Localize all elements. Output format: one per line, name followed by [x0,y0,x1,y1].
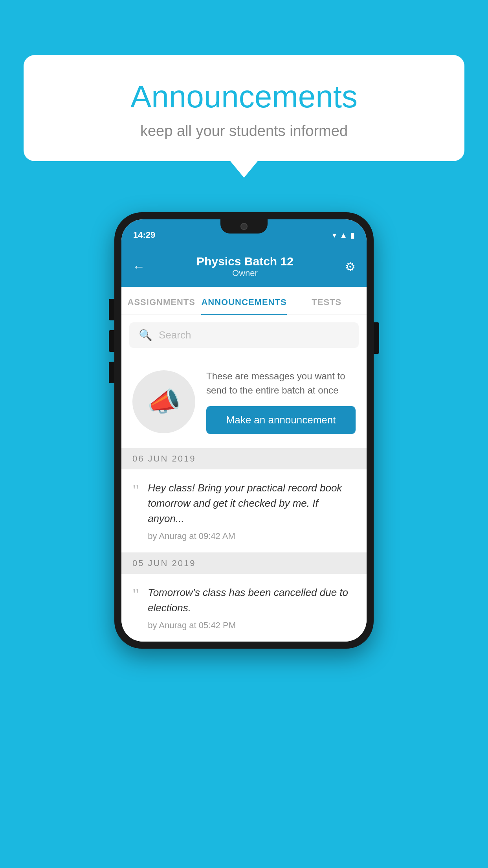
speech-bubble-area: Announcements keep all your students inf… [24,55,464,161]
date-separator-1: 06 JUN 2019 [121,448,367,469]
search-placeholder: Search [159,329,191,341]
status-icons: ▾ ▲ ▮ [332,230,355,240]
tab-assignments[interactable]: ASSIGNMENTS [121,287,201,314]
back-button[interactable]: ← [132,259,145,274]
search-icon: 🔍 [139,329,152,342]
announcement-content-1: Hey class! Bring your practical record b… [148,480,356,541]
announcement-item-2[interactable]: " Tomorrow's class has been cancelled du… [121,574,367,642]
announcement-text-2: Tomorrow's class has been cancelled due … [148,585,356,616]
speech-bubble: Announcements keep all your students inf… [24,55,464,161]
battery-icon: ▮ [350,230,355,240]
tab-announcements[interactable]: ANNOUNCEMENTS [201,287,286,314]
quote-icon-1: " [132,482,139,541]
make-announcement-button[interactable]: Make an announcement [206,406,356,434]
batch-title: Physics Batch 12 [196,255,294,268]
settings-button[interactable]: ⚙ [345,260,356,274]
date-label-2: 05 JUN 2019 [132,558,196,568]
megaphone-icon: 📣 [147,386,181,417]
announcement-text-1: Hey class! Bring your practical record b… [148,480,356,526]
announcement-content-2: Tomorrow's class has been cancelled due … [148,585,356,631]
phone-outer: 14:29 ▾ ▲ ▮ ← Physics Batch 12 Owner ⚙ [114,212,374,649]
bubble-subtitle: keep all your students informed [55,123,433,140]
phone-mockup: 14:29 ▾ ▲ ▮ ← Physics Batch 12 Owner ⚙ [114,212,374,649]
date-separator-2: 05 JUN 2019 [121,553,367,574]
promo-content: These are messages you want to send to t… [206,369,356,434]
date-label-1: 06 JUN 2019 [132,454,196,464]
phone-notch [220,219,268,234]
app-header: ← Physics Batch 12 Owner ⚙ [121,248,367,287]
announcement-item-1[interactable]: " Hey class! Bring your practical record… [121,469,367,553]
header-title-area: Physics Batch 12 Owner [196,255,294,278]
status-bar: 14:29 ▾ ▲ ▮ [121,219,367,248]
phone-screen: 14:29 ▾ ▲ ▮ ← Physics Batch 12 Owner ⚙ [121,219,367,642]
signal-icon: ▲ [339,231,347,240]
promo-description: These are messages you want to send to t… [206,369,356,397]
search-bar[interactable]: 🔍 Search [129,322,359,348]
status-time: 14:29 [133,230,155,240]
wifi-icon: ▾ [332,230,336,240]
promo-icon-circle: 📣 [132,370,195,433]
camera [240,223,248,230]
quote-icon-2: " [132,587,139,631]
announcement-promo: 📣 These are messages you want to send to… [121,355,367,448]
announcement-meta-1: by Anurag at 09:42 AM [148,531,356,541]
tab-tests[interactable]: TESTS [287,287,367,314]
search-container: 🔍 Search [121,315,367,355]
batch-role: Owner [196,268,294,278]
bubble-title: Announcements [55,79,433,115]
tabs-bar: ASSIGNMENTS ANNOUNCEMENTS TESTS [121,287,367,315]
announcement-meta-2: by Anurag at 05:42 PM [148,620,356,631]
